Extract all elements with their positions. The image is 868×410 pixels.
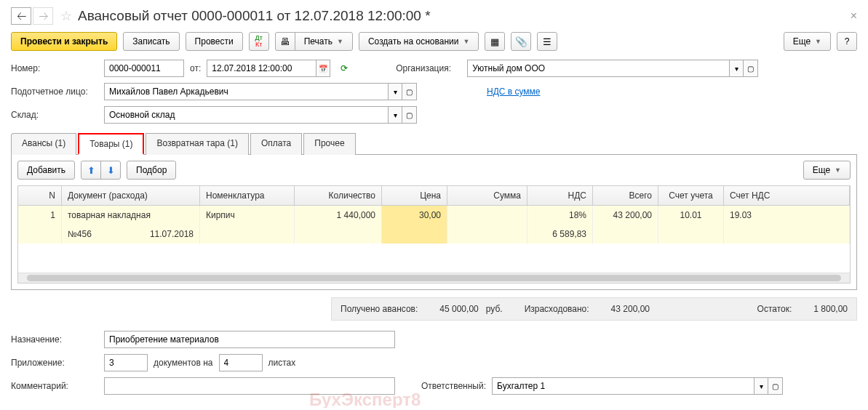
attachment-label: Приложение: bbox=[11, 358, 98, 368]
move-up-button[interactable]: ⬆ bbox=[81, 161, 101, 180]
post-and-close-button[interactable]: Провести и закрыть bbox=[11, 32, 117, 51]
col-n[interactable]: N bbox=[18, 186, 62, 205]
person-dropdown-button[interactable]: ▾ bbox=[388, 83, 402, 100]
open-icon: ▢ bbox=[406, 111, 413, 119]
responsible-dropdown-button[interactable]: ▾ bbox=[754, 377, 768, 395]
chevron-down-icon: ▼ bbox=[337, 38, 343, 45]
responsible-label: Ответственный: bbox=[421, 381, 486, 391]
cell-vat-sum: 6 589,83 bbox=[527, 225, 593, 244]
printer-icon: 🖶 bbox=[280, 36, 290, 47]
tab-goods[interactable]: Товары (1) bbox=[78, 133, 144, 155]
remainder-value: 1 800,00 bbox=[813, 304, 848, 314]
refresh-icon[interactable]: ⟳ bbox=[341, 63, 348, 73]
arrow-up-icon: ⬆ bbox=[87, 165, 95, 176]
purpose-input[interactable] bbox=[104, 331, 395, 348]
col-nomenclature[interactable]: Номенклатура bbox=[200, 186, 295, 205]
tab-advances[interactable]: Авансы (1) bbox=[11, 133, 76, 155]
favorite-icon[interactable]: ☆ bbox=[60, 8, 72, 24]
col-sum[interactable]: Сумма bbox=[447, 186, 527, 205]
col-quantity[interactable]: Количество bbox=[295, 186, 382, 205]
more-button[interactable]: Еще▼ bbox=[784, 32, 831, 51]
chevron-down-icon: ▾ bbox=[760, 382, 763, 390]
list-button[interactable]: ☰ bbox=[537, 32, 557, 51]
person-input[interactable] bbox=[104, 83, 388, 100]
close-icon[interactable]: × bbox=[851, 9, 857, 23]
docs-mid-label: документов на bbox=[154, 358, 213, 368]
create-based-button[interactable]: Создать на основании▼ bbox=[359, 32, 479, 51]
dt-kt-icon: ДтКт bbox=[255, 35, 263, 48]
cell-total: 43 200,00 bbox=[593, 206, 658, 225]
layout-icon: ▦ bbox=[490, 36, 499, 47]
currency: руб. bbox=[486, 304, 503, 314]
print-icon-button[interactable]: 🖶 bbox=[275, 32, 295, 51]
post-button[interactable]: Провести bbox=[186, 32, 243, 51]
tab-more-button[interactable]: Еще▼ bbox=[803, 161, 851, 180]
chevron-down-icon: ▼ bbox=[835, 166, 841, 174]
warehouse-dropdown-button[interactable]: ▾ bbox=[388, 106, 402, 124]
col-account[interactable]: Счет учета bbox=[658, 186, 724, 205]
responsible-open-button[interactable]: ▢ bbox=[768, 377, 783, 395]
open-icon: ▢ bbox=[747, 65, 754, 73]
org-dropdown-button[interactable]: ▾ bbox=[729, 60, 744, 77]
col-price[interactable]: Цена bbox=[382, 186, 447, 205]
cell-sum bbox=[447, 206, 527, 225]
cell-vat-account: 19.03 bbox=[724, 206, 850, 225]
person-open-button[interactable]: ▢ bbox=[402, 83, 417, 100]
org-open-button[interactable]: ▢ bbox=[744, 60, 758, 77]
list-icon: ☰ bbox=[543, 36, 552, 47]
org-label: Организация: bbox=[396, 63, 461, 73]
purpose-label: Назначение: bbox=[11, 334, 98, 345]
layout-button[interactable]: ▦ bbox=[485, 32, 505, 51]
col-vat[interactable]: НДС bbox=[527, 186, 593, 205]
warehouse-open-button[interactable]: ▢ bbox=[402, 106, 417, 124]
col-doc[interactable]: Документ (расхода) bbox=[62, 186, 200, 205]
pages-count-input[interactable] bbox=[219, 354, 263, 371]
attachment-button[interactable]: 📎 bbox=[511, 32, 531, 51]
chevron-down-icon: ▼ bbox=[815, 38, 821, 45]
chevron-down-icon: ▾ bbox=[394, 111, 397, 119]
tab-returnable[interactable]: Возвратная тара (1) bbox=[146, 133, 249, 155]
comment-input[interactable] bbox=[104, 377, 395, 395]
nav-back-button[interactable]: 🡠 bbox=[11, 7, 31, 25]
number-label: Номер: bbox=[11, 63, 98, 73]
comment-label: Комментарий: bbox=[11, 381, 98, 391]
calendar-button[interactable]: 📅 bbox=[316, 60, 330, 77]
cell-price: 30,00 bbox=[382, 206, 447, 225]
pages-label: листах bbox=[268, 358, 296, 368]
spent-label: Израсходовано: bbox=[525, 304, 589, 314]
table-row[interactable]: №456 11.07.2018 6 589,83 bbox=[18, 225, 850, 244]
cell-account: 10.01 bbox=[658, 206, 724, 225]
move-down-button[interactable]: ⬇ bbox=[100, 161, 121, 180]
open-icon: ▢ bbox=[772, 382, 779, 390]
cell-doc-date: 11.07.2018 bbox=[150, 229, 194, 239]
advances-label: Получено авансов: bbox=[341, 304, 418, 314]
scrollbar-thumb[interactable] bbox=[27, 275, 841, 281]
vat-link[interactable]: НДС в сумме bbox=[487, 87, 541, 97]
table-row[interactable]: 1 товарная накладная Кирпич 1 440,000 30… bbox=[18, 206, 850, 225]
add-button[interactable]: Добавить bbox=[17, 161, 75, 180]
date-input[interactable] bbox=[207, 60, 316, 77]
nav-forward-button: 🡢 bbox=[33, 7, 53, 25]
docs-count-input[interactable] bbox=[104, 354, 148, 371]
help-button[interactable]: ? bbox=[837, 32, 857, 51]
tab-payment[interactable]: Оплата bbox=[250, 133, 302, 155]
select-button[interactable]: Подбор bbox=[127, 161, 176, 180]
tab-other[interactable]: Прочее bbox=[303, 133, 355, 155]
dt-kt-button[interactable]: ДтКт bbox=[249, 32, 269, 51]
responsible-input[interactable] bbox=[492, 377, 754, 395]
number-input[interactable] bbox=[104, 60, 184, 77]
remainder-label: Остаток: bbox=[757, 304, 792, 314]
print-button[interactable]: Печать▼ bbox=[295, 32, 353, 51]
save-button[interactable]: Записать bbox=[123, 32, 179, 51]
warehouse-input[interactable] bbox=[104, 106, 388, 124]
date-label: от: bbox=[190, 63, 201, 73]
arrow-down-icon: ⬇ bbox=[107, 165, 115, 176]
col-total[interactable]: Всего bbox=[593, 186, 658, 205]
horizontal-scrollbar[interactable] bbox=[18, 273, 850, 283]
chevron-down-icon: ▾ bbox=[394, 88, 397, 96]
cell-vat: 18% bbox=[527, 206, 593, 225]
person-label: Подотчетное лицо: bbox=[11, 87, 98, 97]
col-vat-account[interactable]: Счет НДС bbox=[724, 186, 850, 205]
org-input[interactable] bbox=[467, 60, 729, 77]
cell-nom: Кирпич bbox=[200, 206, 295, 225]
